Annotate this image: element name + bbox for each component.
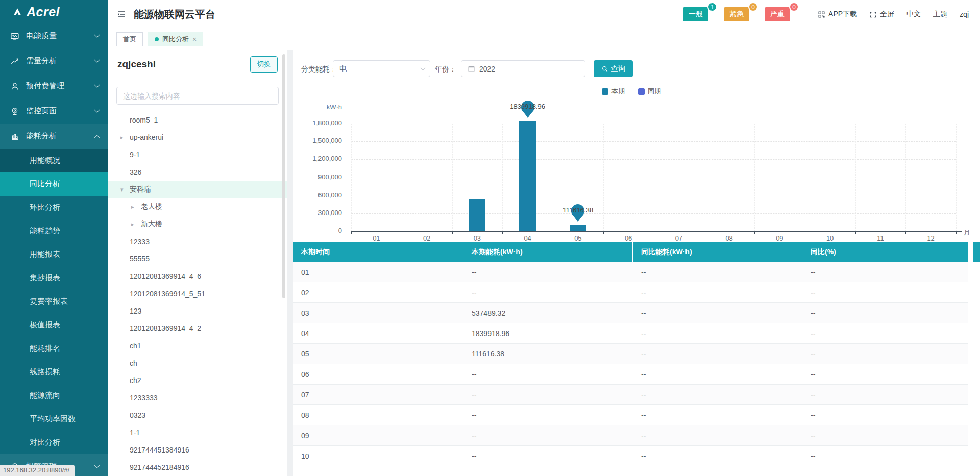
sidebar-item-13[interactable]: 能耗排名 — [0, 337, 108, 360]
sidebar-item-11[interactable]: 复费率报表 — [0, 290, 108, 313]
tree-node-10[interactable]: 12012081369914_5_51 — [108, 285, 287, 302]
tree-node-6[interactable]: ▸新大楼 — [108, 216, 287, 233]
v-gridline — [956, 124, 957, 231]
table-row-07: 07------ — [293, 385, 968, 405]
sidebar-item-5[interactable]: 用能概况 — [0, 149, 108, 172]
table-cell: 05 — [293, 350, 463, 358]
tree-node-20[interactable]: 921744452184916 — [108, 459, 287, 476]
sidebar-item-10[interactable]: 集抄报表 — [0, 266, 108, 290]
sidebar: Acrel 电能质量需量分析预付费管理监控页面能耗分析用能概况同比分析环比分析能… — [0, 0, 108, 476]
legend-label: 本期 — [611, 87, 625, 96]
sidebar-item-17[interactable]: 对比分析 — [0, 431, 108, 454]
sidebar-item-15[interactable]: 能源流向 — [0, 384, 108, 407]
tree-collapsed-arrow-icon[interactable]: ▸ — [131, 204, 134, 210]
table-cell: -- — [802, 268, 968, 276]
sidebar-item-7[interactable]: 环比分析 — [0, 196, 108, 219]
table-cell: 537489.32 — [463, 309, 632, 317]
tree-node-19[interactable]: 921744451384916 — [108, 441, 287, 459]
x-axis-tick — [603, 232, 604, 234]
tree-node-label: 老大楼 — [141, 202, 162, 211]
y-tick-label: 300,000 — [293, 209, 342, 217]
tree-expanded-arrow-icon[interactable]: ▾ — [120, 186, 124, 193]
tree-node-15[interactable]: ch2 — [108, 372, 287, 389]
query-button[interactable]: 查询 — [594, 60, 633, 77]
tree-node-5[interactable]: ▸老大楼 — [108, 198, 287, 216]
tree-node-11[interactable]: 123 — [108, 302, 287, 320]
x-tick-label: 08 — [714, 234, 745, 242]
tree-search-input[interactable] — [123, 92, 272, 100]
tree-scrollbar[interactable] — [282, 54, 285, 298]
tree-node-16[interactable]: 1233333 — [108, 389, 287, 407]
user-menu[interactable]: zqj — [960, 10, 969, 18]
brand-logo: Acrel — [0, 0, 108, 23]
sidebar-item-label: 能耗趋势 — [30, 226, 60, 236]
theme-switch[interactable]: 主题 — [933, 10, 947, 19]
chevron-down-icon — [94, 82, 100, 87]
x-axis-tick — [956, 232, 957, 234]
tree-node-3[interactable]: 326 — [108, 163, 287, 181]
brand-logo-icon — [12, 7, 22, 17]
year-filter-label: 年份： — [435, 65, 456, 74]
alarm-badge-2[interactable]: 严重0 — [765, 7, 790, 21]
sidebar-item-1[interactable]: 需量分析 — [0, 49, 108, 74]
sidebar-item-9[interactable]: 用能报表 — [0, 243, 108, 266]
tree-node-8[interactable]: 55555 — [108, 250, 287, 268]
tab-close-icon[interactable]: × — [192, 35, 197, 43]
sidebar-item-16[interactable]: 平均功率因数 — [0, 407, 108, 431]
year-picker[interactable]: 2022 — [461, 60, 585, 77]
chevron-down-icon — [94, 462, 100, 468]
table-cell: -- — [463, 391, 632, 399]
sidebar-item-6[interactable]: 同比分析 — [0, 172, 108, 196]
tree-node-18[interactable]: 1-1 — [108, 424, 287, 441]
tree-node-4[interactable]: ▾安科瑞 — [108, 181, 287, 198]
tree-collapsed-arrow-icon[interactable]: ▸ — [131, 221, 134, 228]
tree-node-12[interactable]: 12012081369914_4_2 — [108, 320, 287, 337]
app-download-button[interactable]: APP下载 — [818, 10, 857, 19]
tree-node-0[interactable]: room5_1 — [108, 111, 287, 129]
table-cell: 07 — [293, 391, 463, 399]
tree-node-7[interactable]: 12333 — [108, 233, 287, 250]
alarm-badge-label: 严重 — [770, 10, 785, 18]
switch-button[interactable]: 切换 — [250, 56, 278, 73]
table-row-08: 08------ — [293, 405, 968, 425]
table-row-09: 09------ — [293, 425, 968, 446]
category-select[interactable]: 电 — [333, 60, 430, 77]
tree-collapsed-arrow-icon[interactable]: ▸ — [120, 134, 124, 141]
sidebar-item-14[interactable]: 线路损耗 — [0, 360, 108, 384]
tree-node-13[interactable]: ch1 — [108, 337, 287, 354]
alarm-badge-1[interactable]: 紧急0 — [724, 7, 749, 21]
tree-node-1[interactable]: ▸up-ankerui — [108, 129, 287, 146]
sidebar-item-0[interactable]: 电能质量 — [0, 23, 108, 49]
table-row-04: 041839918.96---- — [293, 323, 968, 344]
tree-node-label: 9-1 — [130, 151, 140, 159]
table-row-06: 06------ — [293, 364, 968, 385]
alarm-badge-0[interactable]: 一般1 — [683, 7, 708, 21]
sidebar-item-2[interactable]: 预付费管理 — [0, 74, 108, 99]
sidebar-item-label: 能耗排名 — [30, 344, 60, 353]
v-gridline — [603, 124, 604, 231]
table-cell: 1839918.96 — [463, 329, 632, 338]
tree-node-9[interactable]: 12012081369914_4_6 — [108, 268, 287, 285]
tree-search-box — [116, 87, 279, 105]
tab-home[interactable]: 首页 — [116, 32, 143, 46]
v-gridline — [402, 124, 402, 231]
table-cell: -- — [463, 289, 632, 297]
h-gridline — [351, 178, 956, 178]
language-switch[interactable]: 中文 — [906, 10, 921, 19]
tree-node-17[interactable]: 0323 — [108, 407, 287, 424]
h-gridline — [351, 159, 956, 160]
table-cell: -- — [633, 329, 802, 338]
sidebar-item-12[interactable]: 极值报表 — [0, 313, 108, 337]
tree-node-2[interactable]: 9-1 — [108, 146, 287, 163]
sidebar-item-4[interactable]: 能耗分析 — [0, 124, 108, 149]
sidebar-item-8[interactable]: 能耗趋势 — [0, 219, 108, 243]
sidebar-collapse-icon[interactable] — [116, 9, 127, 19]
legend-item-同期[interactable]: 同期 — [638, 87, 661, 96]
tab-yoy-analysis[interactable]: 同比分析 × — [148, 32, 203, 46]
sidebar-item-3[interactable]: 监控页面 — [0, 99, 108, 124]
legend-item-本期[interactable]: 本期 — [602, 87, 625, 96]
fullscreen-button[interactable]: 全屏 — [869, 10, 894, 19]
tree-node-14[interactable]: ch — [108, 354, 287, 372]
tree-node-label: 1-1 — [130, 429, 140, 437]
chevron-down-icon — [94, 32, 100, 37]
